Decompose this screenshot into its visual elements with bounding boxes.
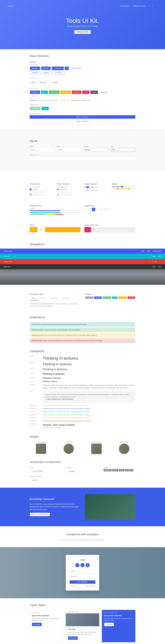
ig-icon[interactable]: 📷 [159, 261, 161, 262]
link-info[interactable]: INFO LINK [41, 100, 47, 101]
btn-icon-text[interactable]: ⚙ PRIMARY [52, 66, 64, 70]
menu-item-2[interactable]: Link [37, 227, 45, 232]
input-search[interactable] [57, 148, 81, 152]
btn-c-danger[interactable]: DANGER [72, 90, 81, 94]
slider-1[interactable] [112, 186, 135, 187]
page-2[interactable]: 2 [92, 208, 95, 211]
btn-outline-round[interactable]: PRIMARY [41, 71, 52, 74]
btn-link[interactable]: BUTTON LINK [70, 66, 83, 70]
tab-profile[interactable]: PROFILE [38, 296, 48, 300]
btn-c-info[interactable]: INFO [41, 90, 48, 94]
tab-settings[interactable]: SETTINGS [60, 296, 71, 300]
nav-link[interactable]: LINK [158, 256, 161, 257]
email-input[interactable] [70, 569, 95, 573]
btn-c-neutral[interactable]: NEUTRAL [99, 90, 109, 94]
page-1[interactable]: 1 [88, 208, 92, 211]
link-primary[interactable]: PRIMARY LINK [30, 100, 39, 101]
menu-icon-2[interactable]: ⚙ [91, 227, 97, 232]
radio-off[interactable]: Radio is off [57, 186, 81, 188]
btn-c-pink[interactable]: PINK [82, 90, 89, 94]
page-next[interactable]: » [107, 208, 110, 211]
tag[interactable]: FRIENDS [125, 469, 133, 472]
facebook-icon[interactable]: f [152, 5, 153, 7]
forgot-password-link[interactable]: Forgot password? [85, 585, 95, 587]
nav-upgrade[interactable]: UPGRADE TO PRO [133, 5, 145, 7]
input-default[interactable] [30, 148, 54, 152]
nav-link[interactable]: LINK [147, 250, 150, 252]
create-account-link[interactable]: Create account [70, 585, 78, 587]
slider-range[interactable] [112, 188, 135, 189]
input-addon[interactable] [30, 156, 135, 160]
check-unchecked[interactable]: Unchecked [30, 186, 53, 188]
tag[interactable]: MINIMAL [103, 469, 111, 472]
login-tw-icon[interactable]: t [80, 563, 85, 567]
tab-messages[interactable]: MESSAGES [48, 296, 60, 300]
instagram-icon[interactable]: 📷 [155, 5, 157, 7]
btn-icon-only[interactable]: ⚙ [65, 66, 69, 70]
nav-link[interactable]: LINK [158, 266, 161, 268]
carousel-title: Bootstrap Carousel [30, 498, 80, 501]
btn-block2[interactable]: Block Level Button [30, 120, 135, 123]
tab-home[interactable]: HOME [30, 296, 38, 300]
btn-outline[interactable]: PRIMARY [30, 71, 40, 74]
tooltip-button[interactable]: ON TOP [30, 478, 39, 482]
link-default[interactable]: DEFAULT LINK [81, 100, 90, 101]
input-success[interactable] [84, 148, 108, 152]
btn-c-success[interactable]: SUCCESS [49, 90, 59, 94]
page-prev[interactable]: « [84, 208, 88, 211]
launch-modal-button[interactable]: LAUNCH MODAL [30, 469, 45, 473]
nav-dropdown[interactable]: DROPDOWN [152, 250, 161, 252]
btn-small[interactable]: SMALL [30, 81, 37, 84]
nav-components[interactable]: COMPONENTS [120, 5, 130, 7]
fb-icon[interactable]: f [149, 261, 149, 262]
card-btn[interactable]: GO NOW [104, 623, 114, 626]
menu-icon-1[interactable]: ⚙ [84, 227, 91, 232]
login-gp-icon[interactable]: g [86, 563, 90, 567]
tag[interactable]: LIGHT [112, 469, 118, 472]
login-button[interactable]: GET STARTED [70, 580, 95, 584]
tag[interactable]: NEW [119, 469, 124, 472]
menu-item-1[interactable]: Link [30, 227, 37, 232]
card-btn[interactable]: GO NOW [32, 623, 42, 626]
download-button[interactable]: DOWNLOAD HTML [74, 30, 91, 34]
page-3[interactable]: 3 [96, 208, 99, 211]
brand: Tools Kit [8, 5, 13, 7]
btn-c-warning[interactable]: WARNING [60, 90, 71, 94]
check-checked[interactable]: Checked [30, 188, 53, 190]
js-title: Javascripts Components [30, 460, 135, 464]
typography-title: Typography [30, 350, 135, 353]
nav-link[interactable]: LINK [152, 266, 155, 268]
link-warning[interactable]: WARNING LINK [60, 100, 69, 101]
tw-icon[interactable]: t [152, 261, 152, 262]
link-success[interactable]: SUCCESS LINK [49, 100, 58, 101]
nav-link[interactable]: LINK [152, 256, 155, 257]
tabs-title: Navigation Tabs [30, 293, 80, 295]
toggle-off[interactable]: Toggle is off [84, 189, 108, 192]
checkboxes-title: Checkboxes [30, 183, 53, 185]
link-danger[interactable]: DANGER LINK [71, 100, 80, 101]
btn-primary[interactable]: PRIMARY [30, 66, 40, 70]
input-error[interactable] [111, 148, 135, 152]
password-input[interactable] [70, 574, 95, 578]
card-btn[interactable]: GO NOW [68, 636, 78, 640]
twitter-icon[interactable]: 🐦 [148, 5, 150, 7]
pagination: « 1 2 3 4 5 » [84, 208, 135, 211]
btn-regular[interactable]: REGULAR [38, 81, 49, 84]
gp-icon[interactable]: g+ [155, 261, 157, 262]
btn-block1[interactable]: Block Level Button [30, 115, 135, 118]
toggle-on[interactable]: Toggle is on [84, 186, 108, 188]
nav-link[interactable]: LINK [141, 250, 144, 252]
dropdown-button[interactable]: Bucharest [67, 469, 77, 473]
page-5[interactable]: 5 [103, 208, 106, 211]
btn-round[interactable]: PRIMARY [41, 66, 51, 70]
see-components-button[interactable]: SEE ALL COMPONENTS [30, 513, 50, 516]
btn-c-primary[interactable]: PRIMARY [30, 90, 40, 94]
login-fb-icon[interactable]: f [75, 563, 79, 567]
radio-on[interactable]: Radio is on [57, 188, 81, 190]
text-warning: I will be the leader of a company that e… [43, 417, 135, 418]
btn-c-dark[interactable]: DARK [90, 90, 98, 94]
btn-icon[interactable]: ICON [42, 107, 49, 110]
page-4[interactable]: 4 [99, 208, 103, 211]
btn-large[interactable]: LARGE [50, 80, 61, 85]
btn-outline-icon[interactable]: ⚙ PRIMARY [53, 71, 64, 74]
